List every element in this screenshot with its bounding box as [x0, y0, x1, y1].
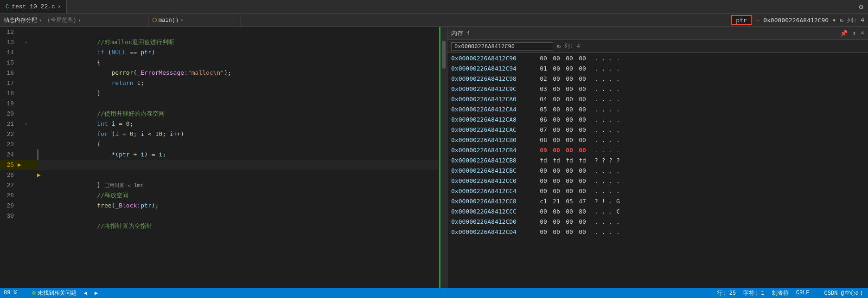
left-gutter: 12 13 ▸ 14 [0, 27, 37, 288]
fold-13[interactable]: ▸ [25, 39, 32, 45]
code-line-19: //使用开辟好的内存空间 [37, 98, 439, 109]
mem-chars-9: . . . . [594, 147, 620, 154]
mem-byte-13-3: 00 [576, 188, 589, 194]
mem-byte-4-0: 04 [537, 96, 550, 103]
memory-row-8: 0x00000226A8412CB0 08 00 00 00 . . . . [447, 135, 868, 145]
addr-dropdown-icon[interactable]: ▾ [832, 17, 836, 24]
mem-chars-8: . . . . [594, 136, 620, 143]
memory-panel-header: 内存 1 📌 ⬆ × [447, 27, 868, 40]
mem-byte-1-1: 00 [550, 65, 563, 72]
func-label: main() [159, 17, 179, 24]
gutter-row-17: 17 [0, 78, 37, 88]
nav-left-btn[interactable]: ◀ [84, 290, 87, 297]
bp-25[interactable]: ▶ [18, 161, 25, 168]
mem-byte-14-2: 05 [563, 198, 576, 205]
col-label: 列: [847, 16, 857, 25]
mem-byte-6-0: 06 [537, 116, 550, 123]
scope-dropdown-icon[interactable]: ▾ [39, 18, 42, 23]
issue-dot [32, 291, 36, 295]
refresh-icon[interactable]: ↻ [840, 16, 843, 24]
gutter-row-16: 16 [0, 68, 37, 78]
memory-col-label: 列: 4 [564, 42, 580, 50]
mem-byte-10-0: fd [537, 157, 550, 164]
mem-byte-8-0: 08 [537, 136, 550, 143]
memory-table[interactable]: 0x00000226A8412C90 00 00 00 00 . . . . 0… [447, 53, 868, 288]
file-tab[interactable]: C test_10_22.c × [0, 0, 67, 13]
gutter-row-30: 30 [0, 211, 37, 221]
memory-row-0: 0x00000226A8412C90 00 00 00 00 . . . . [447, 53, 868, 63]
mem-byte-9-1: 00 [550, 147, 563, 154]
app-container: C test_10_22.c × ⚙ 动态内存分配 ▾ (全局范围) ▾ ⬡ m… [0, 0, 868, 298]
mem-byte-2-3: 00 [576, 75, 589, 82]
gutter-row-12: 12 [0, 27, 37, 37]
scope-range: (全局范围) [47, 16, 76, 24]
mem-byte-3-2: 00 [563, 85, 576, 92]
gutter-row-26: 26 [0, 170, 37, 180]
memory-refresh-btn[interactable]: ↻ [557, 42, 561, 50]
memory-addr-input[interactable] [451, 42, 553, 51]
code-scrollbar[interactable] [440, 27, 447, 288]
close-icon[interactable]: × [58, 4, 61, 10]
mem-addr-2: 0x00000226A8412C98 [451, 75, 537, 82]
tab-settings-icon[interactable]: ⚙ [854, 2, 868, 12]
mem-byte-1-2: 00 [563, 65, 576, 72]
addr-label: 0x00000226A8412C90 [763, 17, 829, 24]
pin-icon[interactable]: 📌 [840, 30, 848, 37]
nav-right-btn[interactable]: ▶ [95, 290, 98, 297]
memory-close-icon[interactable]: × [861, 30, 864, 37]
ln-23: 23 [0, 141, 18, 148]
mem-byte-13-0: 00 [537, 188, 550, 194]
mem-addr-12: 0x00000226A8412CC0 [451, 177, 537, 184]
ln-21: 21 [0, 121, 18, 128]
mem-byte-15-1: 0b [550, 208, 563, 215]
mem-addr-3: 0x00000226A8412C9C [451, 85, 537, 92]
mem-addr-7: 0x00000226A8412CAC [451, 126, 537, 133]
mem-chars-13: . . . . [594, 188, 620, 194]
exec-arrow: ▶ [37, 170, 41, 180]
memory-panel: 内存 1 📌 ⬆ × ↻ 列: 4 0x00000226A8412C90 00 [447, 27, 868, 288]
scope-section[interactable]: 动态内存分配 ▾ (全局范围) ▾ [0, 14, 148, 26]
gutter-row-18: 18 [0, 88, 37, 98]
mem-byte-14-3: 47 [576, 198, 589, 205]
func-icon: ⬡ [152, 17, 157, 24]
gutter-row-15: 15 [0, 58, 37, 68]
ln-29: 29 [0, 202, 18, 209]
scope-range-dropdown-icon[interactable]: ▾ [78, 18, 81, 23]
ln-18: 18 [0, 90, 18, 97]
issue-text: 未找到相关问题 [38, 289, 77, 297]
memory-toolbar: ↻ 列: 4 [447, 40, 868, 53]
encoding-label: CRLF [796, 290, 810, 296]
unpin-icon[interactable]: ⬆ [852, 30, 856, 37]
mem-byte-16-0: 00 [537, 218, 550, 225]
mem-byte-16-2: 00 [563, 218, 576, 225]
mem-byte-12-2: 00 [563, 177, 576, 184]
mem-byte-3-1: 00 [550, 85, 563, 92]
mem-byte-11-0: 00 [537, 167, 550, 174]
ptr-box[interactable]: ptr [731, 15, 751, 25]
mem-chars-7: . . . . [594, 126, 620, 133]
gutter-row-20: 20 [0, 109, 37, 119]
gutter-row-21: 21 ▸ [0, 119, 37, 129]
mem-byte-0-1: 00 [550, 55, 563, 62]
memory-row-16: 0x00000226A8412CD0 00 00 00 00 . . . . [447, 216, 868, 227]
code-lines-area[interactable]: //对malloc返回值进行判断 if (NULL == ptr) { perr… [37, 27, 440, 288]
gutter-row-28: 28 [0, 190, 37, 201]
mem-byte-8-1: 00 [550, 136, 563, 143]
func-section[interactable]: ⬡ main() ▾ [148, 14, 241, 26]
mem-chars-14: ? ! . G [594, 198, 620, 205]
mem-addr-10: 0x00000226A8412CB8 [451, 157, 537, 164]
memory-row-1: 0x00000226A8412C94 01 00 00 00 . . . . [447, 63, 868, 73]
memory-row-4: 0x00000226A8412CA0 04 00 00 00 . . . . [447, 94, 868, 104]
fold-21[interactable]: ▸ [25, 121, 32, 127]
ln-28: 28 [0, 192, 18, 199]
memory-row-5: 0x00000226A8412CA4 05 00 00 00 . . . . [447, 104, 868, 114]
mem-byte-3-0: 03 [537, 85, 550, 92]
mem-addr-13: 0x00000226A8412CC4 [451, 188, 537, 194]
gutter-row-22: 22 [0, 129, 37, 139]
func-dropdown-icon[interactable]: ▾ [180, 18, 183, 23]
status-right: 行: 25 字符: 1 制表符 CRLF [717, 289, 809, 297]
mem-byte-17-0: 00 [537, 228, 550, 235]
memory-row-17: 0x00000226A8412CD4 00 00 00 00 . . . . [447, 227, 868, 237]
ln-20: 20 [0, 110, 18, 117]
file-icon: C [6, 4, 9, 10]
